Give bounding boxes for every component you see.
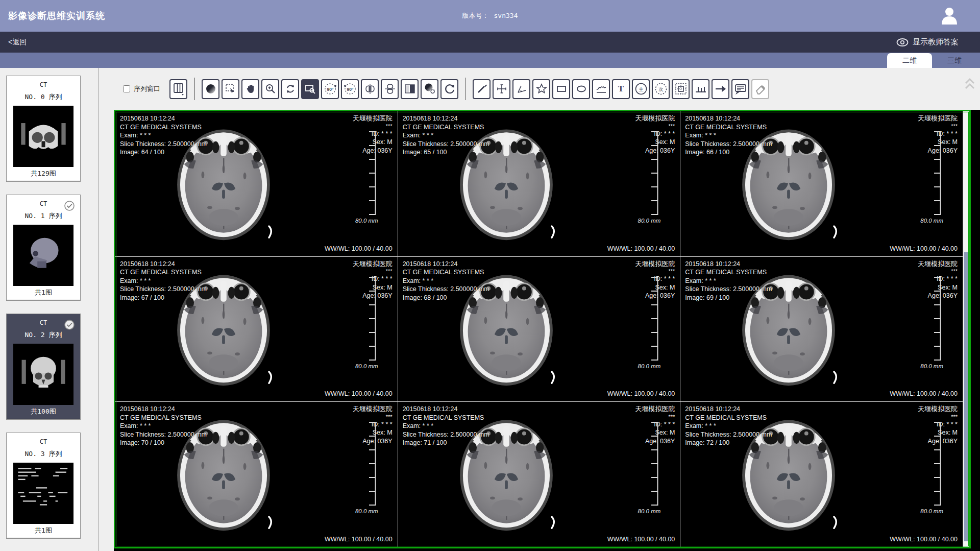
viewport-cell[interactable]: 20150618 10:12:24 CT GE MEDICAL SYSTEMS … [680, 257, 963, 402]
overlay-slice-thickness: Slice Thickness: 2.500000 mm [685, 430, 772, 439]
series-card-3[interactable]: CT NO. 3 序列 共1图 [6, 433, 81, 539]
line-measure-button[interactable] [473, 79, 491, 99]
app-title: 影像诊断思维实训系统 [8, 10, 105, 22]
arrow-annotation-button[interactable] [712, 79, 729, 99]
zoom-in-icon [265, 83, 276, 94]
profile-curve-button[interactable] [592, 79, 610, 99]
pan-button[interactable] [241, 79, 259, 99]
overlay-hospital: 天堰模拟医院 [353, 405, 393, 414]
overlay-study-info: 20150618 10:12:24 CT GE MEDICAL SYSTEMS … [685, 114, 772, 157]
overlay-slice-thickness: Slice Thickness: 2.500000 mm [120, 430, 207, 439]
overlay-study-info: 20150618 10:12:24 CT GE MEDICAL SYSTEMS … [403, 114, 489, 157]
ellipse-roi-button[interactable] [572, 79, 590, 99]
cross-measure-button[interactable] [493, 79, 510, 99]
zoom-button[interactable] [261, 79, 279, 99]
rotate-right-90-icon: 90° [344, 83, 357, 95]
window-level-readout: WW/WL: 100.00 / 40.00 [325, 390, 393, 397]
overlay-exam: Exam: * * * [685, 131, 772, 140]
overlay-study-info: 20150618 10:12:24 CT GE MEDICAL SYSTEMS … [403, 260, 489, 302]
angle-measure-button[interactable] [512, 79, 530, 99]
rotate-right-90-button[interactable]: 90° [341, 79, 359, 99]
version-value: svn334 [494, 12, 518, 19]
series-window-toggle[interactable]: 序列窗口 [123, 84, 160, 93]
window-level-readout: WW/WL: 100.00 / 40.00 [325, 245, 393, 252]
comment-button[interactable] [731, 79, 749, 99]
polygon-roi-button[interactable] [532, 79, 550, 99]
user-avatar-icon[interactable] [939, 5, 960, 26]
series-card-2[interactable]: CT NO. 2 序列 共100图 [6, 314, 81, 420]
overlay-study-info: 20150618 10:12:24 CT GE MEDICAL SYSTEMS … [120, 114, 207, 157]
viewport-cell[interactable]: 20150618 10:12:24 CT GE MEDICAL SYSTEMS … [680, 111, 963, 256]
series-card-0[interactable]: CT NO. 0 序列 共129图 [6, 76, 81, 182]
overlay-datetime: 20150618 10:12:24 [685, 114, 772, 123]
layout-button[interactable] [169, 79, 187, 99]
window-preset-button[interactable] [421, 79, 438, 99]
overlay-slice-thickness: Slice Thickness: 2.500000 mm [403, 140, 489, 149]
viewport-cell[interactable]: 20150618 10:12:24 CT GE MEDICAL SYSTEMS … [398, 257, 680, 402]
sub-nav-bar: <返回 显示教师答案 [0, 32, 980, 53]
scale-ruler [368, 421, 376, 506]
grid-scrollbar-thumb[interactable] [964, 252, 968, 541]
viewport-cell[interactable]: 20150618 10:12:24 CT GE MEDICAL SYSTEMS … [115, 257, 398, 402]
series-card-1[interactable]: CT NO. 1 序列 共1图 [6, 195, 81, 301]
invert-button[interactable] [401, 79, 419, 99]
overlay-device: CT GE MEDICAL SYSTEMS [685, 123, 772, 132]
overlay-hospital: 天堰模拟医院 [918, 405, 958, 414]
reset-button[interactable] [440, 79, 458, 99]
show-teacher-answer-button[interactable]: 显示教师答案 [896, 37, 959, 47]
viewport-cell[interactable]: 20150618 10:12:24 CT GE MEDICAL SYSTEMS … [115, 111, 398, 256]
overlay-stars: *** [918, 414, 958, 420]
tab-2d[interactable]: 二维 [887, 53, 932, 68]
primary-mark-button[interactable]: 主 [632, 79, 650, 99]
overlay-study-info: 20150618 10:12:24 CT GE MEDICAL SYSTEMS … [685, 260, 772, 302]
scale-ruler [368, 131, 376, 215]
overlay-study-info: 20150618 10:12:24 CT GE MEDICAL SYSTEMS … [685, 405, 772, 447]
overlay-datetime: 20150618 10:12:24 [685, 260, 772, 269]
series-window-checkbox[interactable] [123, 85, 130, 92]
tab-3d[interactable]: 三维 [932, 53, 977, 68]
window-level-readout: WW/WL: 100.00 / 40.00 [890, 245, 958, 252]
window-preset-icon [424, 83, 436, 95]
select-button[interactable] [222, 79, 239, 99]
back-button[interactable]: <返回 [8, 38, 27, 47]
overlay-image-number: Image: 71 / 100 [403, 439, 489, 447]
viewport-cell[interactable]: 20150618 10:12:24 CT GE MEDICAL SYSTEMS … [115, 402, 398, 547]
toolbar-divider [465, 78, 466, 100]
overlay-image-number: Image: 69 / 100 [685, 294, 772, 302]
overlay-device: CT GE MEDICAL SYSTEMS [120, 268, 207, 277]
scale-label: 80.0 mm [638, 218, 661, 224]
window-level-icon [205, 83, 216, 94]
scale-label: 80.0 mm [355, 508, 378, 514]
overlay-stars: *** [635, 414, 675, 420]
magnify-region-button[interactable] [301, 79, 319, 99]
rotate-free-button[interactable] [281, 79, 299, 99]
histogram-baseline-button[interactable] [692, 79, 709, 99]
flip-horizontal-button[interactable] [361, 79, 379, 99]
overlay-datetime: 20150618 10:12:24 [403, 405, 489, 414]
rotate-arrows-icon [285, 83, 296, 94]
text-annotation-button[interactable]: T [612, 79, 630, 99]
viewport-cell[interactable]: 20150618 10:12:24 CT GE MEDICAL SYSTEMS … [398, 402, 680, 547]
window-level-readout: WW/WL: 100.00 / 40.00 [607, 390, 675, 397]
window-level-button[interactable] [202, 79, 219, 99]
overlay-hospital: 天堰模拟医院 [353, 114, 393, 123]
center-locate-button[interactable] [672, 79, 690, 99]
overlay-study-info: 20150618 10:12:24 CT GE MEDICAL SYSTEMS … [403, 405, 489, 447]
overlay-datetime: 20150618 10:12:24 [403, 114, 489, 123]
eraser-button[interactable] [751, 79, 769, 99]
grid-scrollbar[interactable] [963, 111, 969, 547]
ellipse-icon [576, 83, 587, 94]
rect-roi-button[interactable] [552, 79, 570, 99]
overlay-datetime: 20150618 10:12:24 [685, 405, 772, 414]
overlay-hospital: 天堰模拟医院 [353, 260, 393, 269]
rotate-left-90-button[interactable]: 90° [321, 79, 339, 99]
overlay-device: CT GE MEDICAL SYSTEMS [403, 414, 489, 422]
overlay-exam: Exam: * * * [403, 277, 489, 285]
collapse-panel-icon[interactable] [964, 76, 976, 91]
flip-vertical-button[interactable] [381, 79, 399, 99]
secondary-mark-button[interactable]: 次 [652, 79, 670, 99]
window-level-readout: WW/WL: 100.00 / 40.00 [607, 245, 675, 252]
viewport-cell[interactable]: 20150618 10:12:24 CT GE MEDICAL SYSTEMS … [398, 111, 680, 256]
viewport-cell[interactable]: 20150618 10:12:24 CT GE MEDICAL SYSTEMS … [680, 402, 963, 547]
series-image-count: 共100图 [7, 407, 80, 416]
